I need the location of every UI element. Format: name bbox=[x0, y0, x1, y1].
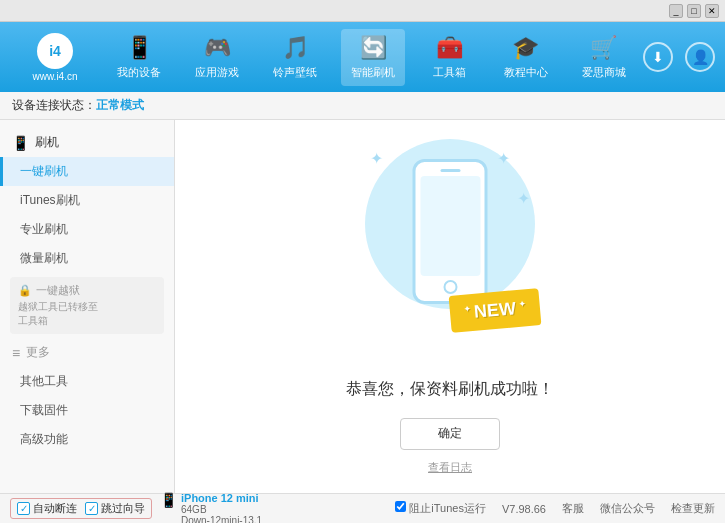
sidebar-item-one-key-flash[interactable]: 一键刷机 bbox=[0, 157, 174, 186]
sparkle-3: ✦ bbox=[517, 189, 530, 208]
locked-content: 越狱工具已转移至工具箱 bbox=[18, 300, 156, 328]
sidebar-item-other-tools[interactable]: 其他工具 bbox=[0, 367, 174, 396]
more-label: 更多 bbox=[26, 344, 50, 361]
locked-title: 🔒 一键越狱 bbox=[18, 283, 156, 298]
locked-section: 🔒 一键越狱 越狱工具已转移至工具箱 bbox=[10, 277, 164, 334]
auto-disconnect-checkbox[interactable]: ✓ 自动断连 bbox=[17, 501, 77, 516]
device-model: Down-12mini-13,1 bbox=[181, 515, 262, 524]
sparkle-1: ✦ bbox=[370, 149, 383, 168]
flash-section-icon: 📱 bbox=[12, 135, 29, 151]
locked-desc: 越狱工具已转移至工具箱 bbox=[18, 301, 98, 326]
customer-service-link[interactable]: 客服 bbox=[562, 501, 584, 516]
skip-wizard-checkbox[interactable]: ✓ 跳过向导 bbox=[85, 501, 145, 516]
nav-label-shop: 爱思商城 bbox=[582, 65, 626, 80]
new-badge: NEW bbox=[449, 288, 542, 333]
device-info: 📱 iPhone 12 mini 64GB Down-12mini-13,1 bbox=[160, 492, 262, 524]
nav-item-toolbox[interactable]: 🧰 工具箱 bbox=[420, 29, 480, 86]
apps-games-icon: 🎮 bbox=[204, 35, 231, 61]
advanced-label: 高级功能 bbox=[20, 432, 68, 446]
check-update-link[interactable]: 检查更新 bbox=[671, 501, 715, 516]
flash-section-label: 刷机 bbox=[35, 134, 59, 151]
micro-flash-label: 微量刷机 bbox=[20, 251, 68, 265]
sidebar: 📱 刷机 一键刷机 iTunes刷机 专业刷机 微量刷机 🔒 一键越狱 越狱工具… bbox=[0, 120, 175, 493]
maximize-button[interactable]: □ bbox=[687, 4, 701, 18]
bottom-right-area: 阻止iTunes运行 V7.98.66 客服 微信公众号 检查更新 bbox=[395, 501, 715, 516]
user-button[interactable]: 👤 bbox=[685, 42, 715, 72]
nav-items: 📱 我的设备 🎮 应用游戏 🎵 铃声壁纸 🔄 智能刷机 🧰 工具箱 🎓 教程中心… bbox=[100, 29, 643, 86]
status-value: 正常模式 bbox=[96, 97, 144, 114]
sidebar-item-micro-flash[interactable]: 微量刷机 bbox=[0, 244, 174, 273]
logo-icon: i4 bbox=[37, 33, 73, 69]
itunes-status: 阻止iTunes运行 bbox=[395, 501, 486, 516]
auto-disconnect-label: 自动断连 bbox=[33, 501, 77, 516]
status-label: 设备连接状态： bbox=[12, 97, 96, 114]
titlebar: _ □ ✕ bbox=[0, 0, 725, 22]
locked-label: 一键越狱 bbox=[36, 283, 80, 298]
phone-screen bbox=[420, 176, 480, 276]
itunes-status-label: 阻止iTunes运行 bbox=[409, 502, 486, 514]
nav-item-shop[interactable]: 🛒 爱思商城 bbox=[572, 29, 636, 86]
my-device-icon: 📱 bbox=[126, 35, 153, 61]
sidebar-item-pro-flash[interactable]: 专业刷机 bbox=[0, 215, 174, 244]
phone-home-btn bbox=[443, 280, 457, 294]
download-button[interactable]: ⬇ bbox=[643, 42, 673, 72]
logo-text: www.i4.cn bbox=[32, 71, 77, 82]
nav-label-my-device: 我的设备 bbox=[117, 65, 161, 80]
sidebar-item-itunes-flash[interactable]: iTunes刷机 bbox=[0, 186, 174, 215]
nav-label-ringtones: 铃声壁纸 bbox=[273, 65, 317, 80]
toolbox-icon: 🧰 bbox=[436, 35, 463, 61]
download-firmware-label: 下载固件 bbox=[20, 403, 68, 417]
close-button[interactable]: ✕ bbox=[705, 4, 719, 18]
confirm-button[interactable]: 确定 bbox=[400, 418, 500, 450]
sidebar-divider-more: 更多 bbox=[0, 338, 174, 367]
minimize-button[interactable]: _ bbox=[669, 4, 683, 18]
version-label: V7.98.66 bbox=[502, 503, 546, 515]
device-capacity: 64GB bbox=[181, 504, 262, 515]
sparkle-2: ✦ bbox=[497, 149, 510, 168]
logo: i4 www.i4.cn bbox=[10, 33, 100, 82]
other-tools-label: 其他工具 bbox=[20, 374, 68, 388]
shop-icon: 🛒 bbox=[590, 35, 617, 61]
device-details: iPhone 12 mini 64GB Down-12mini-13,1 bbox=[181, 492, 262, 524]
smart-flash-icon: 🔄 bbox=[360, 35, 387, 61]
itunes-checkbox[interactable] bbox=[395, 501, 406, 512]
auto-disconnect-check-icon: ✓ bbox=[17, 502, 30, 515]
one-key-flash-label: 一键刷机 bbox=[20, 164, 68, 178]
nav-label-toolbox: 工具箱 bbox=[433, 65, 466, 80]
skip-wizard-check-icon: ✓ bbox=[85, 502, 98, 515]
checkbox-group: ✓ 自动断连 ✓ 跳过向导 bbox=[10, 498, 152, 519]
ringtones-icon: 🎵 bbox=[282, 35, 309, 61]
nav-item-my-device[interactable]: 📱 我的设备 bbox=[107, 29, 171, 86]
nav-label-smart-flash: 智能刷机 bbox=[351, 65, 395, 80]
wechat-link[interactable]: 微信公众号 bbox=[600, 501, 655, 516]
info-link[interactable]: 查看日志 bbox=[428, 460, 472, 475]
nav-label-tutorials: 教程中心 bbox=[504, 65, 548, 80]
phone-speaker bbox=[440, 169, 460, 172]
sidebar-section-flash: 📱 刷机 bbox=[0, 128, 174, 157]
statusbar: 设备连接状态： 正常模式 bbox=[0, 92, 725, 120]
sidebar-item-advanced[interactable]: 高级功能 bbox=[0, 425, 174, 454]
logo-symbol: i4 bbox=[49, 43, 61, 59]
phone-illustration: ✦ ✦ ✦ NEW bbox=[360, 139, 540, 359]
sidebar-item-download-firmware[interactable]: 下载固件 bbox=[0, 396, 174, 425]
nav-label-apps-games: 应用游戏 bbox=[195, 65, 239, 80]
nav-item-tutorials[interactable]: 🎓 教程中心 bbox=[494, 29, 558, 86]
nav-right-buttons: ⬇ 👤 bbox=[643, 42, 715, 72]
main-area: 📱 刷机 一键刷机 iTunes刷机 专业刷机 微量刷机 🔒 一键越狱 越狱工具… bbox=[0, 120, 725, 493]
content-area: ✦ ✦ ✦ NEW 恭喜您，保资料刷机成功啦！ 确定 查看日志 bbox=[175, 120, 725, 493]
phone-device bbox=[413, 159, 488, 304]
lock-icon: 🔒 bbox=[18, 284, 32, 297]
nav-item-apps-games[interactable]: 🎮 应用游戏 bbox=[185, 29, 249, 86]
nav-item-ringtones[interactable]: 🎵 铃声壁纸 bbox=[263, 29, 327, 86]
device-icon: 📱 bbox=[160, 492, 177, 508]
bottombar: ✓ 自动断连 ✓ 跳过向导 📱 iPhone 12 mini 64GB Down… bbox=[0, 493, 725, 523]
device-name: iPhone 12 mini bbox=[181, 492, 262, 504]
success-text: 恭喜您，保资料刷机成功啦！ bbox=[346, 379, 554, 400]
navbar: i4 www.i4.cn 📱 我的设备 🎮 应用游戏 🎵 铃声壁纸 🔄 智能刷机… bbox=[0, 22, 725, 92]
nav-item-smart-flash[interactable]: 🔄 智能刷机 bbox=[341, 29, 405, 86]
itunes-flash-label: iTunes刷机 bbox=[20, 193, 80, 207]
pro-flash-label: 专业刷机 bbox=[20, 222, 68, 236]
tutorials-icon: 🎓 bbox=[512, 35, 539, 61]
skip-wizard-label: 跳过向导 bbox=[101, 501, 145, 516]
